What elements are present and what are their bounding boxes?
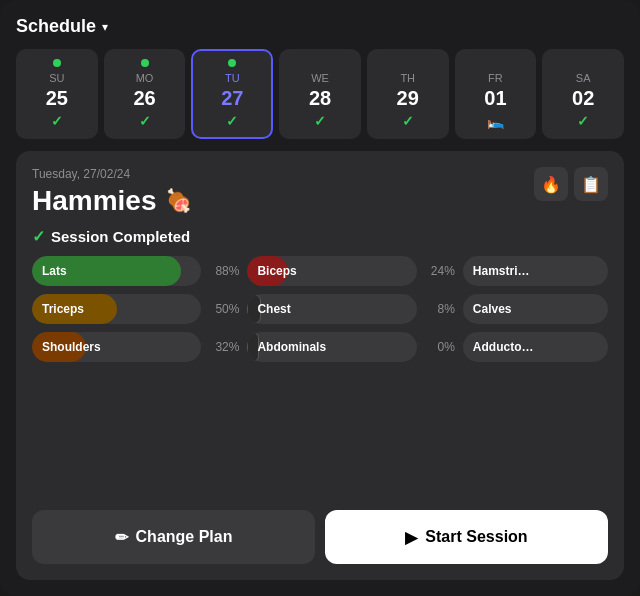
day-name: SA xyxy=(576,72,591,84)
muscle-item-biceps: Biceps24% xyxy=(247,256,454,286)
day-dot xyxy=(579,59,587,67)
muscle-emoji-icon: 🍖 xyxy=(165,188,192,214)
checkmark-icon: ✓ xyxy=(139,113,151,129)
muscle-bar-container: Abdominals xyxy=(247,332,416,362)
schedule-title: Schedule xyxy=(16,16,96,37)
muscle-percentage: 8% xyxy=(423,302,455,316)
day-name: FR xyxy=(488,72,503,84)
muscle-extra-tag: Calves xyxy=(463,294,608,324)
day-dot xyxy=(141,59,149,67)
muscle-bar-container: Shoulders xyxy=(32,332,201,362)
day-number: 25 xyxy=(46,87,68,110)
change-plan-button[interactable]: ✏ Change Plan xyxy=(32,510,315,564)
fire-icon-button[interactable]: 🔥 xyxy=(534,167,568,201)
day-number: 26 xyxy=(133,87,155,110)
muscle-row: Lats88%Biceps24%Hamstri… xyxy=(32,256,608,286)
day-number: 02 xyxy=(572,87,594,110)
day-name: TU xyxy=(225,72,240,84)
checkmark-icon: ✓ xyxy=(314,113,326,129)
checkmark-icon: ✓ xyxy=(51,113,63,129)
day-number: 01 xyxy=(484,87,506,110)
muscle-label: Chest xyxy=(257,302,290,316)
day-card-tu[interactable]: TU27✓ xyxy=(191,49,273,139)
muscle-extra-label: Calves xyxy=(463,294,608,324)
session-status-label: Session Completed xyxy=(51,228,190,245)
muscle-extra-tag: Hamstri… xyxy=(463,256,608,286)
card-info: Tuesday, 27/02/24 Hammies 🍖 xyxy=(32,167,192,217)
day-dot xyxy=(228,59,236,67)
rest-icon: 🛌 xyxy=(487,113,504,129)
clipboard-icon-button[interactable]: 📋 xyxy=(574,167,608,201)
muscle-extra-label: Adducto… xyxy=(463,332,608,362)
check-icon: ✓ xyxy=(32,227,45,246)
card-icons: 🔥 📋 xyxy=(534,167,608,201)
muscle-percentage: 88% xyxy=(207,264,239,278)
muscle-item-triceps: Triceps50% xyxy=(32,294,239,324)
start-session-label: Start Session xyxy=(425,528,527,546)
muscle-item-chest: Chest8% xyxy=(247,294,454,324)
day-dot xyxy=(53,59,61,67)
checkmark-icon: ✓ xyxy=(577,113,589,129)
muscle-row: Shoulders32%Abdominals0%Adducto… xyxy=(32,332,608,362)
muscle-label: Abdominals xyxy=(257,340,326,354)
day-card-su[interactable]: SU25✓ xyxy=(16,49,98,139)
main-card: Tuesday, 27/02/24 Hammies 🍖 🔥 📋 ✓ Sessio… xyxy=(16,151,624,580)
header: Schedule ▾ xyxy=(16,16,624,37)
card-date: Tuesday, 27/02/24 xyxy=(32,167,192,181)
card-title-row: Hammies 🍖 xyxy=(32,185,192,217)
pencil-icon: ✏ xyxy=(115,528,128,547)
muscle-label: Biceps xyxy=(257,264,296,278)
muscle-label: Shoulders xyxy=(42,340,101,354)
muscle-bar-container: Chest xyxy=(247,294,416,324)
muscle-percentage: 50% xyxy=(207,302,239,316)
day-name: WE xyxy=(311,72,329,84)
day-dot xyxy=(491,59,499,67)
muscle-extra-label: Hamstri… xyxy=(463,256,608,286)
day-number: 27 xyxy=(221,87,243,110)
day-dot xyxy=(316,59,324,67)
muscle-extra-tag: Adducto… xyxy=(463,332,608,362)
day-card-we[interactable]: WE28✓ xyxy=(279,49,361,139)
day-number: 28 xyxy=(309,87,331,110)
muscle-row: Triceps50%Chest8%Calves xyxy=(32,294,608,324)
buttons-row: ✏ Change Plan ▶ Start Session xyxy=(32,510,608,564)
days-row: SU25✓MO26✓TU27✓WE28✓TH29✓FR01🛌SA02✓ xyxy=(16,49,624,139)
app-container: Schedule ▾ SU25✓MO26✓TU27✓WE28✓TH29✓FR01… xyxy=(0,0,640,596)
card-header: Tuesday, 27/02/24 Hammies 🍖 🔥 📋 xyxy=(32,167,608,217)
muscle-label: Lats xyxy=(42,264,67,278)
day-name: SU xyxy=(49,72,64,84)
muscle-bar-container: Biceps xyxy=(247,256,416,286)
day-name: TH xyxy=(400,72,415,84)
card-title: Hammies xyxy=(32,185,157,217)
muscle-bar-container: Lats xyxy=(32,256,201,286)
muscle-item-shoulders: Shoulders32% xyxy=(32,332,239,362)
muscle-item-abdominals: Abdominals0% xyxy=(247,332,454,362)
session-status: ✓ Session Completed xyxy=(32,227,608,246)
change-plan-label: Change Plan xyxy=(136,528,233,546)
day-card-th[interactable]: TH29✓ xyxy=(367,49,449,139)
muscle-percentage: 24% xyxy=(423,264,455,278)
day-card-fr[interactable]: FR01🛌 xyxy=(455,49,537,139)
muscle-item-lats: Lats88% xyxy=(32,256,239,286)
day-dot xyxy=(404,59,412,67)
day-name: MO xyxy=(136,72,154,84)
muscle-percentage: 32% xyxy=(207,340,239,354)
muscle-label: Triceps xyxy=(42,302,84,316)
day-number: 29 xyxy=(397,87,419,110)
muscle-percentage: 0% xyxy=(423,340,455,354)
day-card-mo[interactable]: MO26✓ xyxy=(104,49,186,139)
day-card-sa[interactable]: SA02✓ xyxy=(542,49,624,139)
muscle-bar-container: Triceps xyxy=(32,294,201,324)
checkmark-icon: ✓ xyxy=(226,113,238,129)
play-icon: ▶ xyxy=(405,528,417,547)
chevron-down-icon[interactable]: ▾ xyxy=(102,20,108,34)
muscles-grid: Lats88%Biceps24%Hamstri…Triceps50%Chest8… xyxy=(32,256,608,500)
checkmark-icon: ✓ xyxy=(402,113,414,129)
start-session-button[interactable]: ▶ Start Session xyxy=(325,510,608,564)
